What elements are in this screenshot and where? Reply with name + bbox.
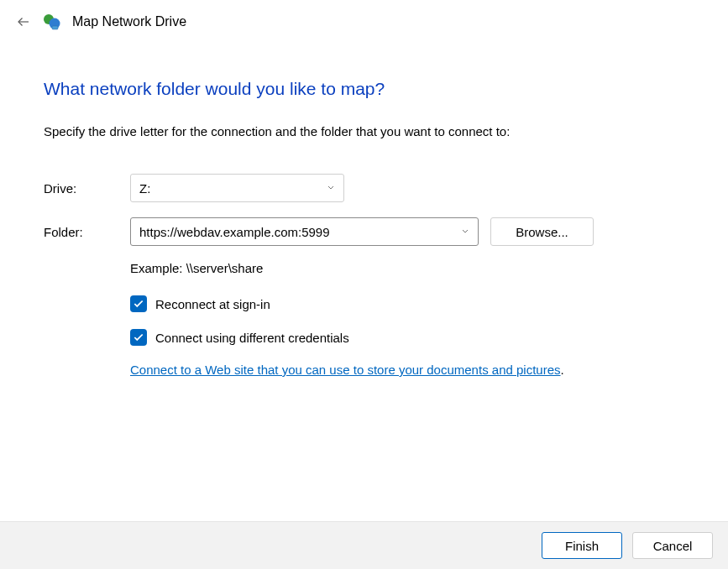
drive-select-value: Z: (130, 174, 344, 202)
check-icon (133, 298, 144, 310)
website-link[interactable]: Connect to a Web site that you can use t… (130, 363, 561, 377)
page-subheading: Specify the drive letter for the connect… (44, 124, 684, 138)
cancel-button[interactable]: Cancel (632, 532, 713, 559)
network-drive-icon (42, 12, 62, 32)
options-column: Example: \\server\share Reconnect at sig… (130, 261, 684, 377)
folder-combobox[interactable] (130, 217, 479, 246)
footer: Finish Cancel (0, 521, 728, 569)
back-button[interactable] (15, 13, 32, 30)
reconnect-checkbox-row[interactable]: Reconnect at sign-in (130, 295, 684, 312)
folder-input[interactable] (130, 217, 479, 246)
link-period: . (561, 363, 564, 377)
reconnect-label: Reconnect at sign-in (155, 297, 270, 311)
back-arrow-icon (16, 14, 31, 29)
drive-row: Drive: Z: (44, 174, 684, 202)
credentials-checkbox-row[interactable]: Connect using different credentials (130, 329, 684, 346)
website-link-row: Connect to a Web site that you can use t… (130, 363, 684, 377)
window-title: Map Network Drive (72, 14, 186, 29)
svg-rect-3 (52, 26, 58, 29)
titlebar: Map Network Drive (0, 0, 728, 40)
folder-row: Folder: Browse... (44, 217, 684, 246)
folder-label: Folder: (44, 225, 130, 239)
credentials-checkbox[interactable] (130, 329, 147, 346)
browse-button[interactable]: Browse... (490, 217, 594, 246)
content-area: What network folder would you like to ma… (0, 40, 728, 521)
drive-select[interactable]: Z: (130, 174, 344, 202)
example-text: Example: \\server\share (130, 261, 684, 275)
drive-label: Drive: (44, 181, 130, 196)
check-icon (133, 331, 144, 343)
page-heading: What network folder would you like to ma… (44, 79, 684, 99)
credentials-label: Connect using different credentials (155, 331, 349, 345)
reconnect-checkbox[interactable] (130, 295, 147, 312)
finish-button[interactable]: Finish (542, 532, 622, 559)
